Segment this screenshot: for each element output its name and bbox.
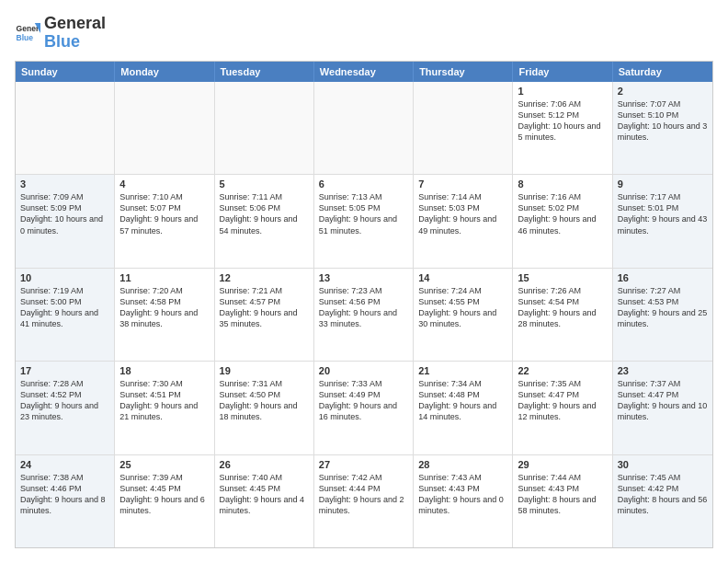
calendar-row-4: 17Sunrise: 7:28 AM Sunset: 4:52 PM Dayli… [16,361,712,454]
header-day-thursday: Thursday [414,62,513,82]
day-number: 12 [220,272,309,283]
calendar-cell: 16Sunrise: 7:27 AM Sunset: 4:53 PM Dayli… [613,269,712,361]
day-info: Sunrise: 7:14 AM Sunset: 5:03 PM Dayligh… [418,191,507,236]
header-day-friday: Friday [513,62,612,82]
day-info: Sunrise: 7:34 AM Sunset: 4:48 PM Dayligh… [418,378,507,423]
logo-text-blue: Blue [44,33,106,52]
header-day-monday: Monday [115,62,214,82]
day-info: Sunrise: 7:28 AM Sunset: 4:52 PM Dayligh… [20,378,109,423]
calendar-cell: 3Sunrise: 7:09 AM Sunset: 5:09 PM Daylig… [16,175,115,267]
day-info: Sunrise: 7:24 AM Sunset: 4:55 PM Dayligh… [418,285,507,330]
day-number: 9 [618,178,708,190]
calendar-cell: 1Sunrise: 7:06 AM Sunset: 5:12 PM Daylig… [513,82,612,174]
calendar-cell: 24Sunrise: 7:38 AM Sunset: 4:46 PM Dayli… [16,455,115,547]
logo: General Blue General Blue [15,15,106,52]
calendar-cell: 15Sunrise: 7:26 AM Sunset: 4:54 PM Dayli… [513,269,612,361]
day-number: 6 [319,178,408,190]
day-number: 2 [618,86,708,97]
calendar-cell: 28Sunrise: 7:43 AM Sunset: 4:43 PM Dayli… [414,455,513,547]
day-info: Sunrise: 7:42 AM Sunset: 4:44 PM Dayligh… [319,472,408,517]
day-number: 27 [319,459,408,470]
calendar-cell: 8Sunrise: 7:16 AM Sunset: 5:02 PM Daylig… [513,175,612,267]
calendar-cell [16,82,115,174]
header-day-wednesday: Wednesday [314,62,414,82]
day-number: 29 [518,459,607,470]
day-info: Sunrise: 7:44 AM Sunset: 4:43 PM Dayligh… [518,472,607,517]
calendar-cell: 20Sunrise: 7:33 AM Sunset: 4:49 PM Dayli… [314,362,414,454]
calendar-cell: 12Sunrise: 7:21 AM Sunset: 4:57 PM Dayli… [215,269,314,361]
calendar-cell: 21Sunrise: 7:34 AM Sunset: 4:48 PM Dayli… [414,362,513,454]
calendar-row-1: 1Sunrise: 7:06 AM Sunset: 5:12 PM Daylig… [16,82,712,174]
day-info: Sunrise: 7:21 AM Sunset: 4:57 PM Dayligh… [220,285,309,330]
day-number: 11 [119,272,209,283]
day-number: 5 [220,178,309,190]
day-info: Sunrise: 7:26 AM Sunset: 4:54 PM Dayligh… [518,285,607,330]
day-number: 15 [518,272,607,283]
day-number: 20 [319,365,408,376]
calendar-cell [314,82,414,174]
day-info: Sunrise: 7:40 AM Sunset: 4:45 PM Dayligh… [220,472,309,517]
calendar-cell: 29Sunrise: 7:44 AM Sunset: 4:43 PM Dayli… [513,455,612,547]
day-info: Sunrise: 7:30 AM Sunset: 4:51 PM Dayligh… [119,378,209,423]
day-info: Sunrise: 7:31 AM Sunset: 4:50 PM Dayligh… [220,378,309,423]
calendar-cell: 2Sunrise: 7:07 AM Sunset: 5:10 PM Daylig… [613,82,712,174]
day-info: Sunrise: 7:37 AM Sunset: 4:47 PM Dayligh… [618,378,708,423]
calendar-cell: 4Sunrise: 7:10 AM Sunset: 5:07 PM Daylig… [115,175,214,267]
logo-text-general: General [44,15,106,33]
page-header: General Blue General Blue [15,15,713,52]
day-info: Sunrise: 7:39 AM Sunset: 4:45 PM Dayligh… [119,472,209,517]
day-number: 26 [220,459,309,470]
day-info: Sunrise: 7:20 AM Sunset: 4:58 PM Dayligh… [119,285,209,330]
day-number: 30 [618,459,708,470]
calendar-cell: 9Sunrise: 7:17 AM Sunset: 5:01 PM Daylig… [613,175,712,267]
calendar-cell: 23Sunrise: 7:37 AM Sunset: 4:47 PM Dayli… [613,362,712,454]
day-info: Sunrise: 7:35 AM Sunset: 4:47 PM Dayligh… [518,378,607,423]
day-number: 16 [618,272,708,283]
svg-text:Blue: Blue [17,33,34,42]
calendar: SundayMondayTuesdayWednesdayThursdayFrid… [15,61,713,548]
calendar-cell: 11Sunrise: 7:20 AM Sunset: 4:58 PM Dayli… [115,269,214,361]
day-info: Sunrise: 7:13 AM Sunset: 5:05 PM Dayligh… [319,191,408,236]
calendar-cell: 18Sunrise: 7:30 AM Sunset: 4:51 PM Dayli… [115,362,214,454]
day-info: Sunrise: 7:11 AM Sunset: 5:06 PM Dayligh… [220,191,309,236]
day-number: 18 [119,365,209,376]
day-number: 17 [20,365,109,376]
calendar-cell: 13Sunrise: 7:23 AM Sunset: 4:56 PM Dayli… [314,269,414,361]
day-info: Sunrise: 7:17 AM Sunset: 5:01 PM Dayligh… [618,191,708,236]
calendar-cell [215,82,314,174]
day-info: Sunrise: 7:38 AM Sunset: 4:46 PM Dayligh… [20,472,109,517]
calendar-row-5: 24Sunrise: 7:38 AM Sunset: 4:46 PM Dayli… [16,454,712,547]
calendar-body: 1Sunrise: 7:06 AM Sunset: 5:12 PM Daylig… [16,82,712,547]
header-day-tuesday: Tuesday [215,62,314,82]
logo-icon: General Blue [15,20,40,46]
day-number: 19 [220,365,309,376]
day-info: Sunrise: 7:19 AM Sunset: 5:00 PM Dayligh… [20,285,109,330]
calendar-cell: 14Sunrise: 7:24 AM Sunset: 4:55 PM Dayli… [414,269,513,361]
calendar-cell: 5Sunrise: 7:11 AM Sunset: 5:06 PM Daylig… [215,175,314,267]
calendar-cell: 17Sunrise: 7:28 AM Sunset: 4:52 PM Dayli… [16,362,115,454]
day-info: Sunrise: 7:09 AM Sunset: 5:09 PM Dayligh… [20,191,109,236]
calendar-cell: 26Sunrise: 7:40 AM Sunset: 4:45 PM Dayli… [215,455,314,547]
day-number: 10 [20,272,109,283]
calendar-cell: 10Sunrise: 7:19 AM Sunset: 5:00 PM Dayli… [16,269,115,361]
day-number: 24 [20,459,109,470]
day-info: Sunrise: 7:10 AM Sunset: 5:07 PM Dayligh… [119,191,209,236]
day-number: 25 [119,459,209,470]
calendar-header: SundayMondayTuesdayWednesdayThursdayFrid… [16,62,712,82]
calendar-cell: 25Sunrise: 7:39 AM Sunset: 4:45 PM Dayli… [115,455,214,547]
calendar-cell: 22Sunrise: 7:35 AM Sunset: 4:47 PM Dayli… [513,362,612,454]
day-number: 3 [20,178,109,190]
day-number: 8 [518,178,607,190]
day-number: 14 [418,272,507,283]
calendar-row-2: 3Sunrise: 7:09 AM Sunset: 5:09 PM Daylig… [16,174,712,267]
day-number: 1 [518,86,607,97]
calendar-cell: 27Sunrise: 7:42 AM Sunset: 4:44 PM Dayli… [314,455,414,547]
calendar-cell: 30Sunrise: 7:45 AM Sunset: 4:42 PM Dayli… [613,455,712,547]
calendar-cell: 6Sunrise: 7:13 AM Sunset: 5:05 PM Daylig… [314,175,414,267]
day-number: 23 [618,365,708,376]
day-number: 28 [418,459,507,470]
day-number: 22 [518,365,607,376]
calendar-cell [414,82,513,174]
day-number: 13 [319,272,408,283]
day-number: 4 [119,178,209,190]
